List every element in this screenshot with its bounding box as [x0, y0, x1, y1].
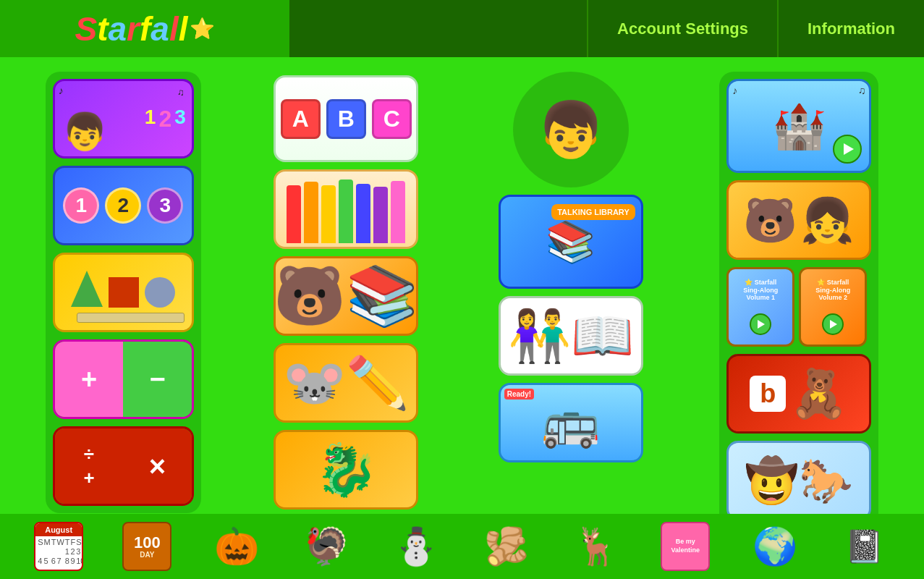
- vol2-play-button[interactable]: [822, 313, 844, 335]
- calendar-icon[interactable]: August SMTWTFS 123 45678910 30: [34, 522, 83, 571]
- times-section: ×: [123, 428, 192, 504]
- num-1: 1: [63, 187, 99, 224]
- teddy-bear-icon: 🧸: [789, 366, 848, 421]
- middle-column: A B C 🐻 📚 🐭 ✏️ 🐉: [270, 72, 422, 513]
- crayon-green: [339, 179, 353, 243]
- play-button[interactable]: [833, 135, 862, 164]
- logo-star-icon: ⭐: [190, 17, 215, 41]
- vol1-play-button[interactable]: [750, 313, 771, 335]
- plus-section: +: [55, 342, 124, 417]
- crayons-card[interactable]: [274, 169, 418, 249]
- thanksgiving-icon[interactable]: 🦃: [301, 521, 352, 572]
- information-link[interactable]: Information: [777, 0, 924, 57]
- nav-links: Account Settings Information: [587, 0, 924, 57]
- talking-library-label: TALKING LIBRARY: [551, 204, 635, 220]
- num-2: 2: [105, 187, 141, 224]
- cone-shape: [71, 271, 103, 307]
- add-subtract-card[interactable]: + −: [53, 339, 194, 419]
- children-reading-icon: 👫: [508, 306, 571, 365]
- account-settings-link[interactable]: Account Settings: [587, 0, 777, 57]
- castle-movie-card[interactable]: 🏰 ♪ ♫: [726, 79, 871, 173]
- book-report-icon[interactable]: 📓: [839, 521, 890, 572]
- calendar-day: 30: [35, 567, 82, 571]
- right-column: 🏰 ♪ ♫ 🐻 👧 ⭐ StarfallSing-AlongVolume 1 ⭐…: [719, 72, 878, 528]
- crayon-yellow: [321, 185, 336, 243]
- divide-sign: ÷: [84, 443, 94, 465]
- vol2-label: ⭐ StarfallSing-AlongVolume 2: [815, 279, 850, 302]
- letter-b-box: b: [750, 376, 786, 412]
- bear-icon: 🐻: [274, 262, 346, 330]
- bear-dance-card[interactable]: 🐻 👧: [726, 180, 871, 260]
- shapes-card[interactable]: [53, 253, 194, 332]
- snowman-icon[interactable]: ⛄: [391, 521, 441, 572]
- hundred-number: 100: [134, 535, 161, 551]
- ready-label: Ready!: [504, 389, 534, 400]
- singalong-vol2-card[interactable]: ⭐ StarfallSing-AlongVolume 2: [799, 267, 867, 347]
- crayon-red: [287, 185, 301, 243]
- alphabet-bear-card[interactable]: b 🧸: [726, 354, 871, 434]
- castle-icon: 🏰: [772, 101, 826, 152]
- earth-icon[interactable]: 🌍: [750, 521, 800, 572]
- music-note-right: ♫: [858, 85, 866, 96]
- block-b: B: [326, 99, 366, 139]
- books-icon: 📚: [346, 262, 418, 330]
- bus-icon: 🚌: [541, 395, 600, 450]
- ruler-shape: [77, 313, 185, 323]
- minus-section: −: [123, 342, 192, 417]
- main-content: ♪ ♫ 👦 1 2 3 1 2 3 +: [0, 57, 924, 579]
- multiply-divide-card[interactable]: ÷ + ×: [53, 426, 194, 506]
- logo: Starfall ⭐: [75, 9, 215, 48]
- counting-card[interactable]: 1 2 3: [53, 166, 194, 245]
- cowboy-card[interactable]: 🤠 🐎: [726, 441, 871, 520]
- notebook-icon: 📓: [844, 528, 884, 565]
- bottom-bar: August SMTWTFS 123 45678910 30 100 DAY 🎃…: [0, 514, 924, 579]
- times-sign: ×: [149, 450, 166, 483]
- cylinder-shape: [145, 277, 175, 308]
- block-a: A: [281, 99, 321, 139]
- books-pile-icon: 📚: [546, 219, 595, 266]
- crayon-blue: [356, 184, 370, 243]
- mouse-card[interactable]: 🐭 ✏️: [274, 343, 418, 423]
- center-column: 👦 📚 TALKING LIBRARY 👫 📖 Ready! 🚌: [491, 72, 650, 462]
- school-bus-card[interactable]: Ready! 🚌: [499, 383, 643, 462]
- gingerbread-man-icon: 🫚: [484, 525, 529, 567]
- num-3: 3: [147, 187, 183, 224]
- music-note-left: ♪: [732, 85, 737, 96]
- boy-character: 👦: [537, 103, 605, 157]
- block-c: C: [372, 99, 412, 139]
- singalong-vol1-card[interactable]: ⭐ StarfallSing-AlongVolume 1: [726, 267, 794, 347]
- plus-sign: +: [81, 364, 97, 395]
- crayon-purple: [373, 187, 388, 243]
- dragon-card[interactable]: 🐉: [274, 430, 418, 510]
- dancing-bear-icon: 🐻: [743, 195, 797, 246]
- halloween-icon[interactable]: 🎃: [211, 521, 262, 572]
- deer-icon[interactable]: 🦌: [571, 521, 622, 572]
- day-text: DAY: [140, 551, 154, 559]
- hundredth-day-icon[interactable]: 100 DAY: [122, 522, 171, 571]
- minus-sign: −: [149, 364, 165, 395]
- calendar-month: August: [35, 523, 82, 536]
- crayon-pink: [391, 181, 405, 243]
- dragon-icon: 🐉: [315, 440, 378, 499]
- vol2-play-icon: [830, 320, 837, 329]
- abc-card[interactable]: A B C: [274, 75, 418, 162]
- vol1-play-icon: [758, 320, 765, 329]
- pencil-icon: ✏️: [346, 353, 409, 413]
- header: Starfall ⭐ Account Settings Information: [0, 0, 924, 57]
- bear-books-card[interactable]: 🐻 📚: [274, 256, 418, 336]
- logo-area[interactable]: Starfall ⭐: [0, 0, 289, 57]
- cube-shape: [109, 277, 139, 308]
- singalong-cards: ⭐ StarfallSing-AlongVolume 1 ⭐ StarfallS…: [726, 267, 871, 347]
- music-numbers-card[interactable]: ♪ ♫ 👦 1 2 3: [53, 79, 194, 159]
- left-column: ♪ ♫ 👦 1 2 3 1 2 3 +: [46, 72, 201, 513]
- cowboy-icon: 🤠: [745, 455, 799, 507]
- dancing-girl-icon: 👧: [800, 195, 855, 246]
- calendar-grid: SMTWTFS 123 45678910: [35, 536, 82, 567]
- valentine-icon[interactable]: Be my Valentine: [661, 522, 710, 571]
- talking-library-card[interactable]: 📚 TALKING LIBRARY: [499, 195, 643, 289]
- divide-plus-section: ÷ +: [55, 428, 124, 504]
- gingerbread-icon[interactable]: 🫚: [481, 521, 532, 572]
- readers-card[interactable]: 👫 📖: [499, 296, 643, 376]
- crayon-orange: [304, 182, 318, 243]
- student-avatar[interactable]: 👦: [513, 72, 629, 187]
